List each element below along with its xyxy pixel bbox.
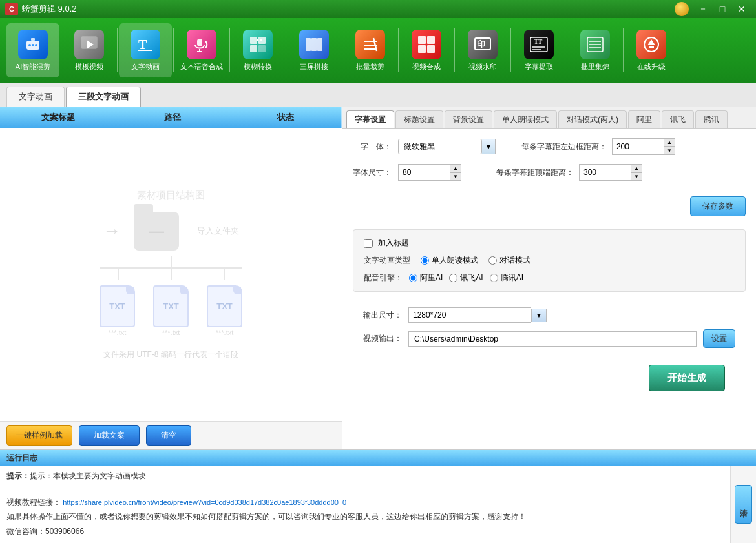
settings-tab-tencent[interactable]: 腾讯 [695,110,728,128]
ali-radio[interactable] [409,274,417,282]
left-panel-body: 素材项目结构图 → — 导入文件夹 [0,128,342,421]
left-bottom-bar: 一键样例加载 加载文案 清空 [0,421,342,449]
import-label: 导入文件夹 [197,225,239,237]
left-margin-input[interactable] [612,138,664,155]
size-spin-btns: ▲ ▼ [450,164,461,181]
upgrade-icon [636,30,666,59]
batch-cut-icon [355,30,385,59]
close-button[interactable]: ✕ [733,3,751,15]
txt-icon-1: TXT [100,285,135,327]
log-link[interactable]: https://share.plvideo.cn/front/video/pre… [63,498,346,506]
settings-tab-xunfei[interactable]: 讯飞 [662,110,694,128]
log-clear-button[interactable]: 清空 [735,485,752,524]
branch-v3 [224,269,225,280]
txt-icon-3: TXT [207,285,242,327]
toolbar-batch2[interactable]: 批里集錦 [569,23,622,77]
anim-type-row: 文字动画类型 单人朗读模式 对话模式 [364,255,735,266]
tencent-radio[interactable] [490,274,498,282]
minimize-button[interactable]: － [694,3,712,15]
load-button[interactable]: 加载文案 [79,425,140,446]
left-margin-spin-btns: ▲ ▼ [664,138,675,155]
start-button[interactable]: 开始生成 [649,365,725,391]
text-anim-icon: T [131,30,160,59]
log-link-prefix: 视频教程链接： [6,498,61,507]
maximize-button[interactable]: □ [713,3,731,15]
svg-rect-28 [427,45,435,53]
main-tab-bar: 文字动画 三段文字动画 [0,83,756,107]
single-mode-radio[interactable] [421,256,429,265]
log-body: 提示：提示：本模块主要为文字动画模块 视频教程链接： https://share… [0,466,730,543]
output-video-label: 视频输出： [363,333,402,344]
add-title-row: 加入标题 [364,238,735,249]
svg-rect-27 [418,45,426,53]
font-dropdown-btn[interactable]: ▼ [482,139,496,154]
size-up-btn[interactable]: ▲ [450,164,461,172]
settings-tab-ali[interactable]: 阿里 [628,110,660,128]
settings-tab-bg[interactable]: 背景设置 [445,110,492,128]
dubbing-row: 配音引擎： 阿里AI 讯飞AI 腾讯AI [364,272,735,283]
txt-file-2: TXT ***.txt [153,285,189,336]
toolbar-text-anim[interactable]: T 文字动画 [119,23,172,77]
size-input[interactable] [398,164,450,181]
top-margin-up-btn[interactable]: ▲ [631,164,642,172]
log-right-panel: 清空 [730,466,756,543]
subtitle-label: 字幕提取 [525,62,553,72]
checkbox-section: 加入标题 文字动画类型 单人朗读模式 对话模式 配音引擎： [353,229,746,292]
save-row: 保存参数 [353,190,746,216]
svg-rect-42 [649,46,654,48]
log-prefix-1: 提示： [6,471,30,480]
output-section: 输出尺寸： ▼ 视频输出： 设置 [353,307,746,348]
clear-button[interactable]: 清空 [146,425,191,446]
tencent-label: 腾讯AI [501,272,523,283]
toolbar-subtitle[interactable]: T T 字幕提取 [512,23,565,77]
toolbar-tts[interactable]: 文本语音合成 [175,23,228,77]
output-size-input[interactable] [408,307,531,323]
toolbar-upgrade[interactable]: 在线升级 [625,23,678,77]
ai-label: AI智能混剪 [16,62,50,72]
toolbar-template[interactable]: 模板视频 [63,23,116,77]
log-row: 提示：提示：本模块主要为文字动画模块 视频教程链接： https://share… [0,466,756,543]
toolbar-tri[interactable]: 三屏拼接 [288,23,341,77]
toolbar-morph[interactable]: 模糊转换 [231,23,284,77]
size-down-btn[interactable]: ▼ [450,172,461,181]
output-video-row: 视频输出： 设置 [363,329,735,348]
size-row: 字体尺寸： ▲ ▼ 每条字幕距顶端距离： ▲ ▼ [353,164,746,181]
svg-marker-41 [647,39,655,45]
ai-icon [18,30,48,59]
left-margin-label: 每条字幕距左边框距离： [521,141,607,152]
toolbar-watermark[interactable]: 印 视频水印 [456,23,509,77]
xunfei-radio[interactable] [449,274,457,282]
branch-v1 [118,269,119,280]
settings-tab-font[interactable]: 字幕设置 [346,110,394,128]
sample-button[interactable]: 一键样例加载 [6,425,72,446]
toolbar-ai[interactable]: AI智能混剪 [6,23,59,77]
settings-tab-title[interactable]: 标题设置 [395,110,443,128]
toolbar-batch-cut[interactable]: 批量裁剪 [344,23,397,77]
text-anim-label: 文字动画 [131,62,160,72]
svg-rect-14 [250,45,257,52]
output-set-button[interactable]: 设置 [703,329,735,348]
gold-coin-icon[interactable] [675,2,689,16]
left-margin-up-btn[interactable]: ▲ [664,138,675,147]
tab-three-text[interactable]: 三段文字动画 [66,87,141,107]
tab-text-anim[interactable]: 文字动画 [6,87,65,107]
left-margin-row: 每条字幕距左边框距离： ▲ ▼ [521,138,675,155]
top-margin-down-btn[interactable]: ▼ [631,172,642,181]
title-bar: C 螃蟹剪辑 9.0.2 － □ ✕ [0,0,756,18]
svg-rect-13 [258,37,266,44]
toolbar-combine[interactable]: 视频合成 [400,23,453,77]
top-margin-input[interactable] [579,164,631,181]
top-margin-spin-btns: ▲ ▼ [631,164,642,181]
save-params-button[interactable]: 保存参数 [690,196,746,216]
settings-tab-single[interactable]: 单人朗读模式 [494,110,557,128]
settings-tab-dialog[interactable]: 对话模式(两人) [558,110,627,128]
dialog-mode-radio[interactable] [488,256,497,265]
left-margin-down-btn[interactable]: ▼ [664,147,675,155]
log-area: 运行日志 提示：提示：本模块主要为文字动画模块 视频教程链接： https://… [0,449,756,543]
add-title-checkbox[interactable] [364,239,373,248]
output-size-dropdown-btn[interactable]: ▼ [531,309,547,322]
tri-label: 三屏拼接 [300,62,328,72]
left-panel-header: 文案标题 路径 状态 [0,107,342,128]
font-input[interactable] [398,139,482,154]
output-path-input[interactable] [408,331,697,347]
